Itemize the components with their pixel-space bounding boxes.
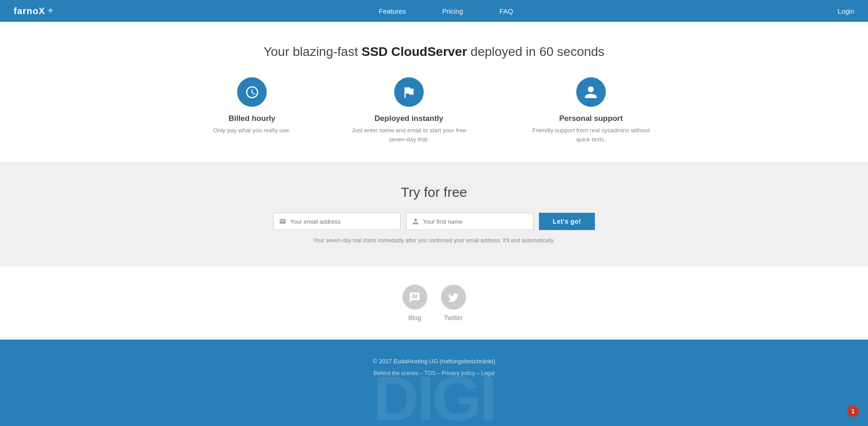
cta-section: Try for free Let's go! Your seven-day tr… [0,162,868,266]
footer-links: Behind the scenes – TOS – Privacy policy… [9,370,859,376]
feature-deployed-instantly-title: Deployed instantly [375,114,443,123]
nav-login[interactable]: Login [838,7,854,15]
footer: © 2017 EudaHosting UG (haftungsbeschränk… [0,340,868,426]
hero-headline: Your blazing-fast SSD CloudServer deploy… [9,45,859,59]
nav-features[interactable]: Features [379,7,406,15]
feature-deployed-instantly: Deployed instantly Just enter name and e… [345,77,472,144]
nav-faq[interactable]: FAQ [499,7,513,15]
navbar: farnoX✦ Features Pricing FAQ Login [0,0,868,22]
hero-section: Your blazing-fast SSD CloudServer deploy… [0,22,868,162]
feature-personal-support-title: Personal support [559,114,623,123]
footer-tos[interactable]: TOS [424,370,435,376]
nav-pricing[interactable]: Pricing [442,7,463,15]
feature-personal-support: Personal support Friendly support from r… [527,77,655,144]
footer-legal[interactable]: Legal [481,370,494,376]
email-input-wrapper [273,213,401,230]
person-icon [576,77,606,107]
cta-note: Your seven-day trial starts immediatly a… [9,237,859,244]
footer-privacy[interactable]: Privacy policy [442,370,475,376]
blog-link[interactable]: Blog [402,285,427,321]
headline-suffix: deployed in 60 seconds [467,45,604,59]
name-field[interactable] [423,218,528,225]
headline-bold: SSD CloudServer [361,45,467,59]
clock-icon [237,77,267,107]
nav-links: Features Pricing FAQ [379,7,513,15]
name-input-wrapper [406,213,533,230]
cta-submit-button[interactable]: Let's go! [539,213,594,230]
blog-label: Blog [408,314,421,321]
features-row: Billed hourly Only pay what you really u… [9,77,859,144]
feature-deployed-instantly-desc: Just enter name and email to start your … [345,126,472,144]
footer-behind-scenes[interactable]: Behind the scenes [374,370,419,376]
logo-text: farnoX [14,6,45,16]
notification-badge: 1 [847,405,859,417]
email-field[interactable] [290,218,395,225]
feature-personal-support-desc: Friendly support from real sysadmins wit… [527,126,655,144]
blog-icon [402,285,427,310]
twitter-label: Twitter [444,314,462,321]
twitter-link[interactable]: Twitter [441,285,466,321]
social-section: Blog Twitter [0,266,868,340]
logo-plus: ✦ [47,6,54,16]
feature-billed-hourly-title: Billed hourly [228,114,275,123]
logo: farnoX✦ [14,6,54,16]
cta-heading: Try for free [9,185,859,200]
email-icon [279,218,286,225]
feature-billed-hourly: Billed hourly Only pay what you really u… [213,77,291,144]
headline-prefix: Your blazing-fast [264,45,361,59]
flag-icon [394,77,424,107]
feature-billed-hourly-desc: Only pay what you really use. [213,126,291,135]
user-icon [412,218,419,225]
cta-form: Let's go! [9,213,859,230]
social-icons: Blog Twitter [9,285,859,321]
twitter-icon [441,285,466,310]
footer-copyright: © 2017 EudaHosting UG (haftungsbeschränk… [9,358,859,365]
